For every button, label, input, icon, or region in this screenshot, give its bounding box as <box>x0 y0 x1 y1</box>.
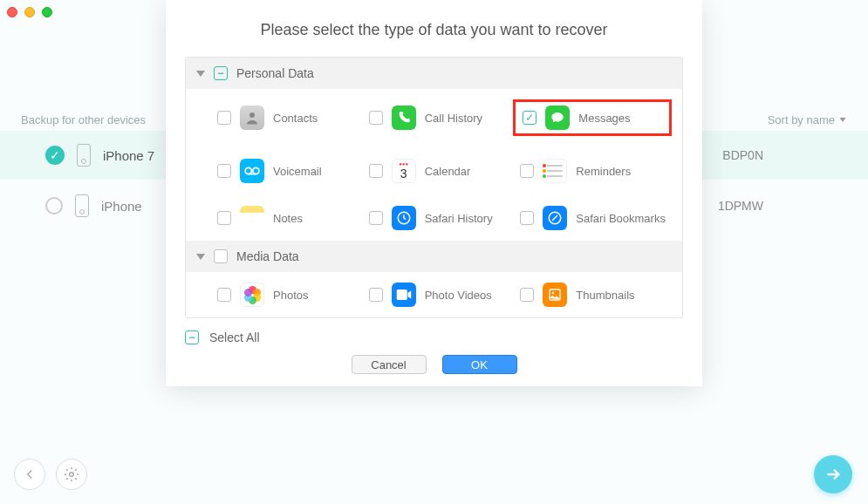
item-photos[interactable]: Photos <box>217 283 369 307</box>
section-header-media[interactable]: Media Data <box>186 241 682 272</box>
collapse-icon[interactable] <box>196 254 205 260</box>
backup-label: Backup for other devices <box>21 113 146 126</box>
next-button[interactable] <box>814 455 852 494</box>
item-safari-history[interactable]: Safari History <box>369 206 521 230</box>
svg-rect-7 <box>396 289 407 300</box>
section-title: Media Data <box>236 249 299 263</box>
data-type-modal: Please select the type of data you want … <box>166 0 702 386</box>
select-all-row[interactable]: − Select All <box>166 318 702 344</box>
svg-point-0 <box>70 473 74 477</box>
item-label: Messages <box>578 112 630 125</box>
collapse-icon[interactable] <box>196 71 205 77</box>
calendar-icon: ●●● 3 <box>392 159 416 183</box>
reminders-icon <box>543 159 567 183</box>
photos-icon <box>240 283 264 307</box>
checkbox[interactable] <box>520 288 534 302</box>
cancel-button[interactable]: Cancel <box>352 355 427 374</box>
item-label: Reminders <box>576 165 631 178</box>
phone-call-icon <box>392 106 416 130</box>
svg-point-2 <box>245 167 251 174</box>
item-label: Safari Bookmarks <box>576 212 666 225</box>
contacts-icon <box>240 106 264 130</box>
maximize-icon[interactable] <box>42 7 52 17</box>
section-header-personal[interactable]: − Personal Data <box>186 58 682 89</box>
svg-point-3 <box>253 167 259 174</box>
item-calendar[interactable]: ●●● 3 Calendar <box>369 159 521 183</box>
sort-dropdown[interactable]: Sort by name <box>768 113 847 126</box>
window-controls <box>7 7 52 17</box>
personal-grid: Contacts Call History ✓ Messages <box>186 89 682 241</box>
back-button[interactable] <box>14 459 45 490</box>
close-icon[interactable] <box>7 7 17 17</box>
partial-checkbox-icon[interactable]: − <box>214 66 228 80</box>
item-call-history[interactable]: Call History <box>369 99 521 136</box>
item-label: Contacts <box>273 112 318 125</box>
checkbox[interactable] <box>217 288 231 302</box>
radio-selected-icon[interactable]: ✓ <box>45 146 65 165</box>
item-messages-highlighted[interactable]: ✓ Messages <box>513 99 672 136</box>
item-safari-bookmarks[interactable]: Safari Bookmarks <box>520 206 672 230</box>
item-label: Notes <box>273 212 303 225</box>
item-voicemail[interactable]: Voicemail <box>217 159 369 183</box>
svg-point-10 <box>552 292 555 295</box>
bottom-nav <box>14 459 87 490</box>
checkbox[interactable] <box>217 111 231 125</box>
item-contacts[interactable]: Contacts <box>217 99 369 136</box>
checkbox[interactable] <box>520 164 534 178</box>
voicemail-icon <box>240 159 264 183</box>
checkbox[interactable] <box>217 211 231 225</box>
checkbox[interactable] <box>369 211 383 225</box>
item-reminders[interactable]: Reminders <box>520 159 672 183</box>
safari-bookmarks-icon <box>543 206 567 230</box>
safari-history-icon <box>392 206 416 230</box>
item-label: Call History <box>425 112 482 125</box>
select-all-label: Select All <box>209 330 260 344</box>
thumbnails-icon <box>543 283 567 307</box>
minimize-icon[interactable] <box>24 7 35 17</box>
checkbox[interactable] <box>520 211 534 225</box>
notes-icon <box>240 206 264 230</box>
checkbox[interactable] <box>214 249 228 263</box>
checkbox[interactable] <box>217 164 231 178</box>
checkbox-checked[interactable]: ✓ <box>523 111 537 125</box>
checkbox[interactable] <box>369 111 383 125</box>
item-label: Thumbnails <box>576 289 634 302</box>
device-serial: 1DPMW <box>718 199 763 213</box>
ok-button[interactable]: OK <box>442 355 517 374</box>
phone-icon <box>75 194 89 217</box>
svg-marker-8 <box>407 291 411 299</box>
messages-icon <box>545 106 570 130</box>
item-thumbnails[interactable]: Thumbnails <box>520 283 672 307</box>
checkbox[interactable] <box>369 288 383 302</box>
item-label: Photo Videos <box>425 289 492 302</box>
device-name: iPhone <box>101 199 142 214</box>
item-label: Safari History <box>425 212 493 225</box>
phone-icon <box>77 144 91 167</box>
radio-unselected-icon[interactable] <box>45 197 63 215</box>
item-label: Calendar <box>425 165 471 178</box>
item-label: Photos <box>273 289 308 302</box>
modal-title: Please select the type of data you want … <box>166 0 702 57</box>
svg-point-1 <box>249 112 255 118</box>
item-label: Voicemail <box>273 165 322 178</box>
device-name: iPhone 7 <box>103 148 154 163</box>
item-photo-videos[interactable]: Photo Videos <box>369 283 521 307</box>
modal-buttons: Cancel OK <box>166 355 702 374</box>
data-panel: − Personal Data Contacts Call History <box>185 57 683 318</box>
device-serial: BDP0N <box>722 148 763 162</box>
partial-checkbox-icon[interactable]: − <box>185 330 199 344</box>
item-notes[interactable]: Notes <box>217 206 369 230</box>
photo-videos-icon <box>392 283 416 307</box>
checkbox[interactable] <box>369 164 383 178</box>
settings-button[interactable] <box>56 459 87 490</box>
media-grid: Photos Photo Videos Thumbnails <box>186 272 682 317</box>
chevron-down-icon <box>840 118 846 122</box>
section-title: Personal Data <box>236 66 314 80</box>
